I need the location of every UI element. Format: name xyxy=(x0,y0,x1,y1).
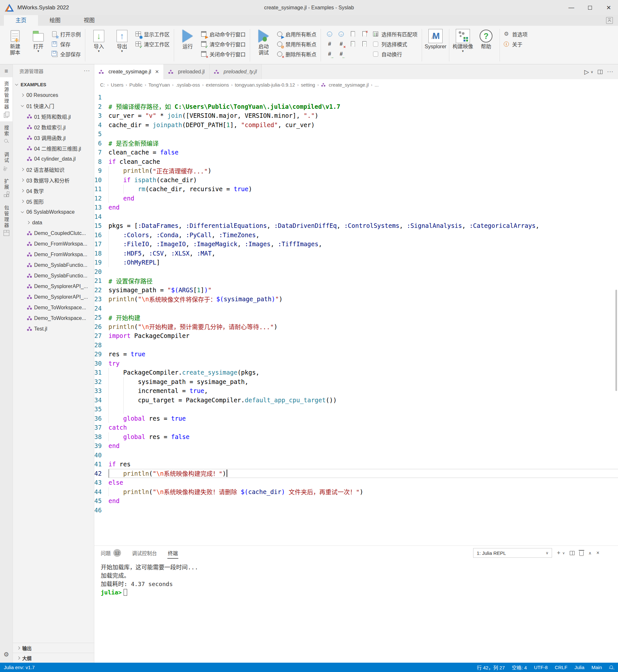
maximize-button[interactable] xyxy=(581,0,599,15)
code-line[interactable]: 5 xyxy=(94,129,618,139)
code-line[interactable]: 41if res xyxy=(94,460,618,469)
code-line[interactable]: 18 :HDF5, :CSV, :XLSX, :MAT, xyxy=(94,249,618,258)
next-breakpoint-icon[interactable]: #→ xyxy=(326,50,333,58)
breadcrumb-segment[interactable]: Users xyxy=(111,82,123,88)
tree-item[interactable]: Demo_FromWorkspa... xyxy=(13,238,94,249)
code-line[interactable]: 8if clean_cache xyxy=(94,157,618,166)
delete-breakpoint-icon[interactable]: #× xyxy=(338,40,345,47)
status-item[interactable]: 空格: 4 xyxy=(512,664,527,671)
run-button[interactable]: 运行 xyxy=(177,28,198,49)
tree-item[interactable]: 06 SyslabWorkspace xyxy=(13,207,94,217)
breadcrumb-file[interactable]: create_sysimage.jl xyxy=(329,82,369,88)
code-line[interactable]: 24 xyxy=(94,304,618,313)
breadcrumb-segment[interactable]: TongYuan xyxy=(148,82,170,88)
tree-item[interactable]: Test.jl xyxy=(13,323,94,334)
julia-env-status[interactable]: Julia env: v1.7 xyxy=(4,665,35,670)
ribbon-tab-视图[interactable]: 视图 xyxy=(72,15,106,26)
run-file-icon[interactable]: ▷ xyxy=(584,68,589,76)
editor-more-actions-icon[interactable]: ··· xyxy=(607,69,614,75)
open-example-button[interactable]: ☆打开示例 xyxy=(51,29,82,39)
preferences-button[interactable]: ⚙首选项 xyxy=(503,29,529,39)
code-line[interactable]: 37catch xyxy=(94,423,618,432)
bookmark-icon[interactable] xyxy=(349,30,356,38)
editor-tab[interactable]: create_sysimage.jl✕ xyxy=(94,65,164,79)
nav-back-icon[interactable]: ← xyxy=(326,30,333,38)
code-line[interactable]: 2# 预编译缓存路径，如 C:\Users\Public\TongYuan\.j… xyxy=(94,102,618,111)
code-line[interactable]: 9 println("正在清理缓存...") xyxy=(94,166,618,176)
code-line[interactable]: 17 :FileIO, :ImageIO, :ImageMagick, :Ima… xyxy=(94,239,618,249)
split-editor-icon[interactable] xyxy=(598,70,603,74)
code-line[interactable]: 4cache_dir = joinpath(DEPOT_PATH[1], "co… xyxy=(94,120,618,130)
maximize-panel-icon[interactable]: ∧ xyxy=(588,551,592,556)
status-item[interactable]: Julia xyxy=(575,665,585,670)
select-all-matches-button[interactable]: 选择所有匹配项 xyxy=(372,29,419,39)
tree-section-header[interactable]: EXAMPLES xyxy=(13,79,94,90)
code-line[interactable]: 14 xyxy=(94,212,618,221)
tree-item[interactable]: 02 语言基础知识 xyxy=(13,164,94,175)
editor-tab[interactable]: preloaded.jl xyxy=(164,65,210,79)
code-line[interactable]: 44 println("\n系统映像构建失败！请删除 $(cache_dir) … xyxy=(94,487,618,496)
tree-item[interactable]: 04 数学 xyxy=(13,185,94,196)
breadcrumb-segment[interactable]: tongyuan.syslab-julia-0.9.12 xyxy=(235,82,295,88)
tree-item[interactable]: Demo_FromWorkspa... xyxy=(13,249,94,260)
code-line[interactable]: 13end xyxy=(94,203,618,212)
disable-all-breakpoints-button[interactable]: ⊘禁用所有断点 xyxy=(276,39,318,49)
panel-section-输出[interactable]: 输出 xyxy=(13,643,94,653)
open-button[interactable]: 打开▼ xyxy=(28,28,49,53)
show-workspace-button[interactable]: ◉显示工作区 xyxy=(134,29,171,39)
code-line[interactable]: 40 xyxy=(94,451,618,460)
tree-item[interactable]: 04 cylinder_data.jl xyxy=(13,153,94,164)
notifications-bell-icon[interactable] xyxy=(609,665,614,670)
panel-tab-终端[interactable]: 终端 xyxy=(168,546,178,560)
start-debug-button[interactable]: 启动调试 xyxy=(253,28,274,56)
code-line[interactable]: 36 global res = true xyxy=(94,414,618,423)
sidebar-item-extensions[interactable]: 扩展 xyxy=(0,175,13,202)
save-button[interactable]: 保存 xyxy=(51,39,82,49)
panel-section-大纲[interactable]: 大纲 xyxy=(13,653,94,663)
save-all-button[interactable]: 全部保存 xyxy=(51,49,82,59)
code-line[interactable]: 6# 是否全新预编译 xyxy=(94,139,618,148)
code-line[interactable]: 10 if ispath(cache_dir) xyxy=(94,176,618,185)
sidebar-item-explorer[interactable]: 资源管理器 xyxy=(0,77,13,121)
next-bookmark-icon[interactable]: → xyxy=(361,40,368,47)
nav-forward-icon[interactable]: → xyxy=(338,30,345,38)
about-button[interactable]: i关于 xyxy=(503,39,529,49)
code-line[interactable]: 25# 开始构建 xyxy=(94,313,618,322)
status-item[interactable]: Main xyxy=(591,665,602,670)
run-dropdown-icon[interactable]: ∨ xyxy=(591,70,593,74)
tree-item[interactable]: 01 矩阵和数组.jl xyxy=(13,111,94,122)
code-line[interactable]: 32 sysimage_path = sysimage_path, xyxy=(94,377,618,386)
new-script-button[interactable]: +新建脚本 xyxy=(4,28,26,56)
sysplorer-button[interactable]: ΛMSysplorer xyxy=(425,28,446,49)
breadcrumb-segment[interactable]: extensions xyxy=(206,82,229,88)
tree-item[interactable]: Demo_CoupledClutc... xyxy=(13,228,94,238)
code-line[interactable]: 7clean_cache = false xyxy=(94,148,618,157)
code-line[interactable]: 26println("\n开始构建，预计需要几分钟，请耐心等待...") xyxy=(94,322,618,332)
prev-bookmark-icon[interactable]: ← xyxy=(349,40,356,47)
breadcrumb-segment[interactable]: C: xyxy=(100,82,105,88)
breadcrumb[interactable]: C:›Users›Public›TongYuan›.syslab-oss›ext… xyxy=(94,79,618,90)
code-line[interactable]: 19 :OhMyREPL] xyxy=(94,258,618,267)
terminal-instance-select[interactable]: 1: Julia REPL ∨ xyxy=(473,548,552,558)
breadcrumb-tail[interactable]: ... xyxy=(375,82,379,88)
tree-item[interactable]: Demo_SyslabFunctio... xyxy=(13,270,94,281)
tree-item[interactable]: 05 图形 xyxy=(13,196,94,207)
delete-all-breakpoints-button[interactable]: ×删除所有断点 xyxy=(276,49,318,59)
import-button[interactable]: ↓导入▼ xyxy=(88,28,109,53)
breadcrumb-segment[interactable]: Public xyxy=(129,82,142,88)
code-line[interactable]: 1 xyxy=(94,93,618,102)
panel-tab-问题[interactable]: 问题12 xyxy=(101,546,121,560)
code-line[interactable]: 33 incremental = true, xyxy=(94,386,618,396)
tree-item[interactable]: 04 二维图和三维图.jl xyxy=(13,143,94,153)
code-line[interactable]: 16 :Colors, :Conda, :PyCall, :TimeZones, xyxy=(94,230,618,240)
new-terminal-dropdown-icon[interactable]: ∨ xyxy=(562,551,565,555)
status-item[interactable]: UTF-8 xyxy=(534,665,548,670)
close-repl-button[interactable]: ×关闭命令行窗口 xyxy=(200,49,247,59)
clear-repl-button[interactable]: ✓清空命令行窗口 xyxy=(200,39,247,49)
status-item[interactable]: CRLF xyxy=(554,665,567,670)
code-line[interactable]: 31 PackageCompiler.create_sysimage(pkgs, xyxy=(94,368,618,377)
code-line[interactable]: 42 println("\n系统映像构建完成！") xyxy=(94,469,618,478)
menu-icon[interactable]: ≡ xyxy=(4,65,8,77)
terminal-output[interactable]: 开始加载库，这可能需要一段时间...加载完成。加载耗时: 4.37 second… xyxy=(94,560,618,597)
close-tab-icon[interactable]: ✕ xyxy=(155,69,159,75)
